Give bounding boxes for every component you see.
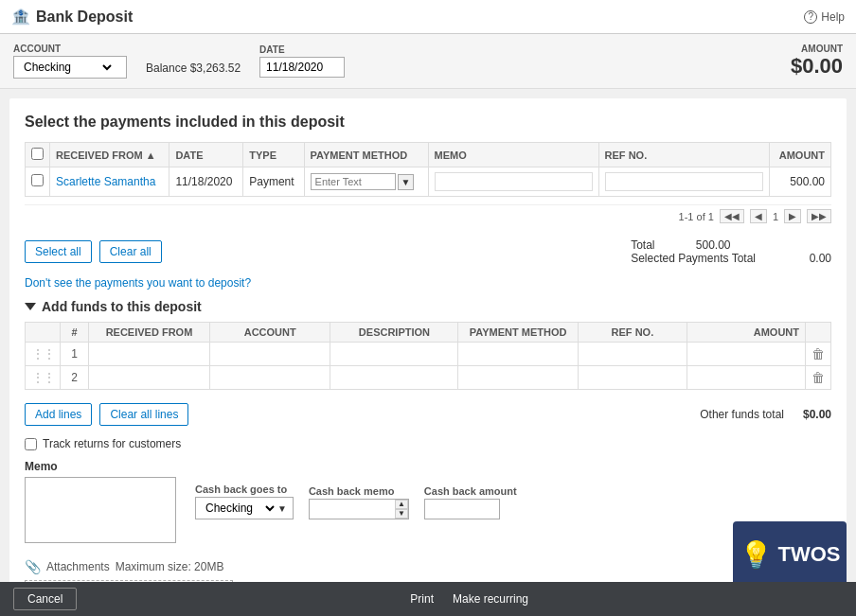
row-account-2[interactable] [209,366,330,390]
bank-icon: 🏦 [11,8,30,26]
row-type: Payment [243,167,304,197]
row-ref-no[interactable] [598,167,769,197]
ref-no-input[interactable] [605,172,763,191]
cashback-memo-up[interactable]: ▲ [395,500,408,509]
row-ref-2[interactable] [578,366,687,390]
main-content: Select the payments included in this dep… [9,98,847,616]
twos-text: TWOS [778,542,841,567]
row-payment-method-2[interactable] [458,366,578,390]
date-field-group: Date [259,44,345,78]
payment-method-input[interactable] [311,173,396,190]
funds-description-1[interactable] [336,347,452,361]
col-header-received-from: RECEIVED FROM ▲ [50,143,169,167]
row-memo[interactable] [428,167,598,197]
account-select-wrapper[interactable]: Checking [13,56,127,79]
col-payment-method: PAYMENT METHOD [458,323,578,343]
funds-received-from-1[interactable] [95,347,204,361]
amount-display: AMOUNT $0.00 [791,44,843,79]
received-from-link[interactable]: Scarlette Samantha [56,175,155,188]
funds-ref-1[interactable] [584,347,681,361]
row-amount-1[interactable] [687,343,805,366]
col-header-type: TYPE [243,143,304,167]
pagination-text: 1-1 of 1 [679,211,714,222]
funds-ref-2[interactable] [584,371,681,384]
col-account: ACCOUNT [209,323,330,343]
pag-next[interactable]: ▶ [784,209,801,223]
dont-see-link[interactable]: Don't see the payments you want to depos… [25,276,831,290]
twos-bulb-icon: 💡 [740,539,773,571]
funds-actions: Add lines Clear all lines [25,403,188,426]
drag-handle-2[interactable]: ⋮⋮ [26,366,61,390]
row-description-2[interactable] [330,366,458,390]
funds-amount-1[interactable] [693,347,799,361]
delete-row-2[interactable]: 🗑 [806,366,831,390]
row-ref-1[interactable] [578,343,687,366]
cashback-memo-input[interactable] [310,500,395,519]
help-icon: ? [804,10,817,24]
row-description-1[interactable] [330,343,458,366]
attachments-max-size: Maximum size: 20MB [116,560,224,573]
date-input[interactable] [259,57,345,78]
make-recurring-button[interactable]: Make recurring [453,592,528,606]
funds-payment-1[interactable] [464,347,571,361]
attachments-header: 📎 Attachments Maximum size: 20MB [25,559,831,574]
selected-total-value: 0.00 [775,252,831,265]
funds-description-2[interactable] [336,371,452,384]
memo-section: Memo [25,460,176,546]
cashback-memo-label: Cash back memo [309,485,409,497]
clear-all-lines-button[interactable]: Clear all lines [99,403,188,426]
row-checkbox[interactable] [31,174,44,186]
row-checkbox-cell[interactable] [26,167,50,197]
total-label: Total [631,238,654,252]
cancel-button[interactable]: Cancel [13,588,77,610]
table-row: ⋮⋮ 1 🗑 [26,343,831,366]
funds-account-1[interactable] [216,347,324,361]
row-payment-method-1[interactable] [458,343,578,366]
other-funds-total-value: $0.00 [803,408,831,421]
memo-input[interactable] [435,172,593,191]
totals-area: Total 500.00 Selected Payments Total 0.0… [631,238,831,265]
cashback-goes-to: Cash back goes to Checking ▼ [195,484,294,519]
footer-center: Print Make recurring [410,592,528,606]
add-lines-button[interactable]: Add lines [25,403,92,426]
cashback-goes-to-select-wrapper[interactable]: Checking ▼ [195,497,294,519]
row-received-from-2[interactable] [89,366,210,390]
cashback-goes-to-select[interactable]: Checking [202,501,277,516]
account-row: Account Checking Balance $3,263.52 Date … [0,34,856,89]
cashback-memo-down[interactable]: ▼ [395,509,408,519]
funds-account-2[interactable] [216,371,324,384]
select-all-checkbox[interactable] [31,148,44,160]
select-all-button[interactable]: Select all [25,240,92,263]
row-amount: 500.00 [769,167,830,197]
memo-textarea[interactable] [25,477,176,543]
clear-all-button[interactable]: Clear all [99,240,162,263]
delete-row-1[interactable]: 🗑 [806,343,831,366]
funds-payment-2[interactable] [464,371,571,384]
row-amount-2[interactable] [687,366,805,390]
pag-last[interactable]: ▶▶ [807,209,831,223]
funds-amount-2[interactable] [693,371,799,384]
row-date: 11/18/2020 [169,167,243,197]
twos-logo: 💡 TWOS [733,521,847,588]
drag-handle-1[interactable]: ⋮⋮ [26,343,61,366]
funds-received-from-2[interactable] [95,371,204,384]
row-payment-method[interactable]: ▼ [304,167,428,197]
print-button[interactable]: Print [410,592,434,606]
help-button[interactable]: ? Help [804,10,845,24]
row-received-from-1[interactable] [89,343,210,366]
other-funds-total: Other funds total $0.00 [700,408,831,421]
payment-method-dropdown[interactable]: ▼ [398,174,415,190]
row-account-1[interactable] [209,343,330,366]
balance-display: Balance $3,263.52 [146,62,241,75]
row-received-from[interactable]: Scarlette Samantha [50,167,169,197]
table-row: Scarlette Samantha 11/18/2020 Payment ▼ … [26,167,831,197]
cashback-amount-input[interactable] [424,499,500,519]
account-select[interactable]: Checking [20,60,115,75]
col-header-amount: AMOUNT [769,143,830,167]
add-funds-header: Add funds to this deposit [25,299,831,314]
pag-first[interactable]: ◀◀ [720,209,744,223]
bottom-section: Memo Cash back goes to Checking ▼ Cash b… [25,460,831,546]
cashback-amount-field: Cash back amount [424,485,517,519]
pag-prev[interactable]: ◀ [750,209,767,223]
track-returns-checkbox[interactable] [25,438,37,450]
